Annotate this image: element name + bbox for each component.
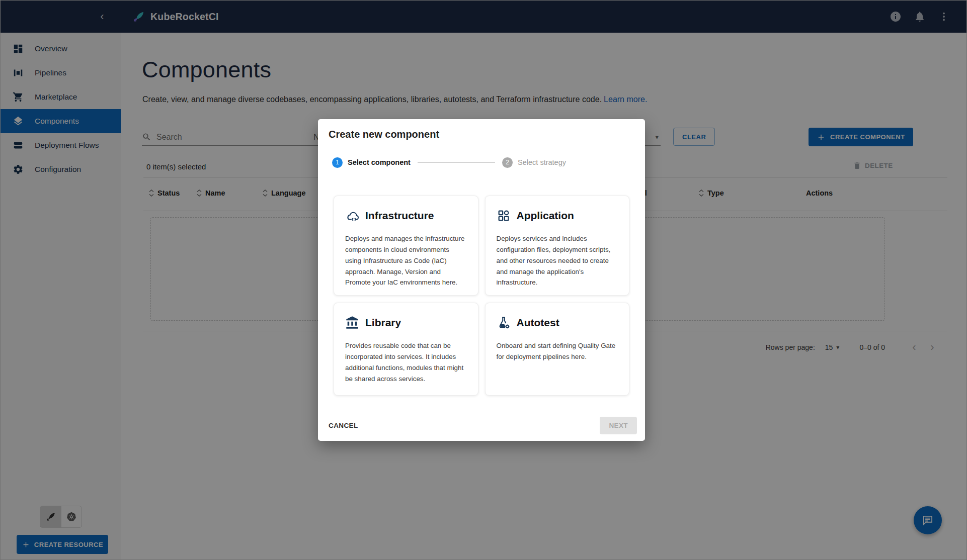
card-title: Library [365,317,401,329]
card-autotest[interactable]: Autotest Onboard and start defining Qual… [485,303,630,396]
card-application[interactable]: Application Deploys services and include… [485,196,630,296]
cancel-button[interactable]: CANCEL [329,422,358,429]
stepper: 1 Select component 2 Select strategy [332,157,566,168]
create-component-dialog: Create new component 1 Select component … [318,119,645,441]
bank-icon [345,316,359,330]
card-library[interactable]: Library Provides reusable code that can … [334,303,478,396]
card-description: Provides reusable code that can be incor… [345,340,467,384]
step-number-badge: 1 [332,157,343,168]
card-description: Deploys services and includes configurat… [497,233,618,288]
cloud-code-icon [345,209,359,223]
step-number-badge: 2 [502,157,513,168]
flask-gear-icon [497,316,511,330]
card-description: Deploys and manages the infrastructure c… [345,233,467,288]
card-description: Onboard and start defining Quality Gate … [497,340,618,362]
step-label: Select strategy [518,158,566,166]
step-label: Select component [348,158,411,166]
card-title: Autotest [517,317,559,329]
step-select-strategy: 2 Select strategy [502,157,566,168]
dialog-footer: CANCEL NEXT [329,417,637,434]
component-type-cards: Infrastructure Deploys and manages the i… [334,196,629,396]
widgets-icon [497,209,511,223]
card-title: Infrastructure [365,210,434,222]
card-title: Application [517,210,574,222]
step-connector [418,162,495,163]
card-infrastructure[interactable]: Infrastructure Deploys and manages the i… [334,196,478,296]
next-button[interactable]: NEXT [600,417,637,434]
dialog-title: Create new component [329,129,439,140]
step-select-component: 1 Select component [332,157,411,168]
